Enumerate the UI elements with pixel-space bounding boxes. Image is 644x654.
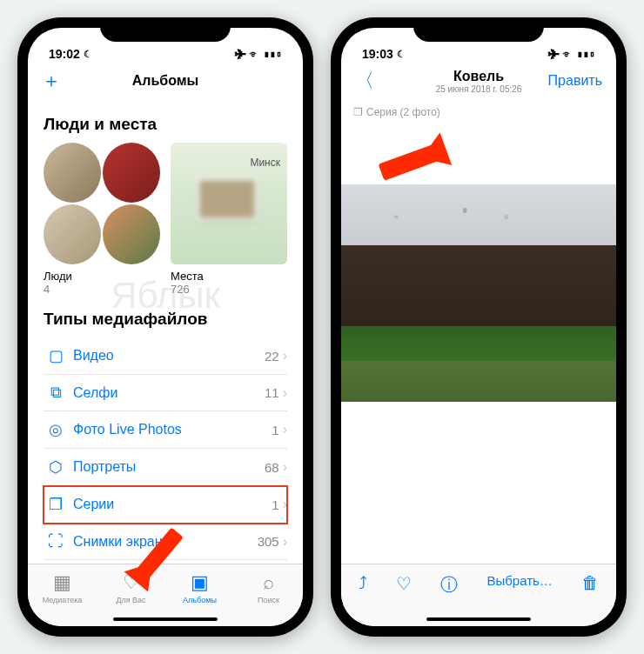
library-icon: ▦	[53, 571, 71, 594]
avatar	[44, 204, 101, 264]
album-name: Места	[171, 270, 287, 283]
portrait-icon: ⬡	[44, 457, 68, 477]
live-photos-icon: ◎	[44, 420, 68, 439]
section-media-types: Типы медиафайлов	[44, 310, 287, 329]
status-time: 19:02	[49, 47, 80, 61]
tab-albums[interactable]: ▣ Альбомы	[165, 564, 234, 611]
screen-left: 19:02 ☾ ✈ ᯤ ▮▮▯ ＋ Альбомы Люди и места М…	[28, 28, 303, 626]
status-icons: ✈ ᯤ ▮▮▯	[235, 48, 282, 61]
photo-content	[341, 184, 616, 402]
album-count: 4	[44, 283, 160, 296]
places-album[interactable]: Минск	[171, 143, 287, 264]
edit-button[interactable]: Править	[548, 73, 602, 89]
media-portraits[interactable]: ⬡ Портреты 68 ›	[44, 449, 287, 486]
media-type-list: ▢ Видео 22 › ⧉ Селфи 11 › ◎ Фото Live Ph…	[44, 337, 287, 560]
tab-library[interactable]: ▦ Медиатека	[28, 564, 97, 611]
page-title: Альбомы	[132, 73, 199, 89]
add-album-button[interactable]: ＋	[42, 68, 77, 94]
status-bar: 19:03 ☾ ✈ ᯤ ▮▮▯	[341, 28, 616, 63]
media-bursts[interactable]: ❐ Серии 1 ›	[44, 486, 287, 524]
phone-right: 19:03 ☾ ✈ ᯤ ▮▮▯ 〈 Ковель 25 июня 2018 г.…	[331, 17, 627, 637]
media-live-photos[interactable]: ◎ Фото Live Photos 1 ›	[44, 411, 287, 449]
map-city-label: Минск	[250, 157, 280, 169]
avatar	[103, 143, 160, 203]
chevron-right-icon: ›	[283, 459, 287, 475]
dnd-icon: ☾	[84, 49, 92, 60]
search-icon: ⌕	[263, 571, 274, 594]
nav-bar: 〈 Ковель 25 июня 2018 г. 05:26 Править	[341, 63, 616, 101]
chevron-right-icon: ›	[283, 348, 287, 364]
chevron-right-icon: ›	[283, 534, 287, 550]
dnd-icon: ☾	[397, 49, 406, 60]
selfie-icon: ⧉	[44, 384, 68, 402]
screen-right: 19:03 ☾ ✈ ᯤ ▮▮▯ 〈 Ковель 25 июня 2018 г.…	[341, 28, 616, 626]
select-button[interactable]: Выбрать…	[486, 573, 552, 588]
burst-icon: ❐	[353, 106, 363, 118]
album-name: Люди	[44, 270, 160, 283]
home-indicator[interactable]	[426, 617, 531, 621]
info-button[interactable]: ⓘ	[440, 573, 458, 597]
people-album[interactable]	[44, 143, 160, 264]
media-selfies[interactable]: ⧉ Селфи 11 ›	[44, 375, 287, 411]
back-button[interactable]: 〈	[355, 68, 390, 94]
photo-subtitle: 25 июня 2018 г. 05:26	[436, 84, 522, 94]
status-bar: 19:02 ☾ ✈ ᯤ ▮▮▯	[28, 28, 303, 63]
video-icon: ▢	[44, 346, 68, 365]
album-count: 726	[171, 283, 287, 296]
favorite-button[interactable]: ♡	[396, 573, 412, 594]
tab-search[interactable]: ⌕ Поиск	[234, 564, 303, 611]
chevron-right-icon: ›	[283, 385, 287, 401]
chevron-right-icon: ›	[283, 422, 287, 437]
media-videos[interactable]: ▢ Видео 22 ›	[44, 337, 287, 375]
status-time: 19:03	[362, 47, 393, 61]
albums-icon: ▣	[191, 571, 209, 594]
burst-icon: ❐	[44, 495, 68, 514]
trash-button[interactable]: 🗑	[581, 573, 599, 593]
avatar	[103, 204, 160, 264]
photo-title: Ковель 25 июня 2018 г. 05:26	[436, 69, 522, 94]
avatar	[44, 143, 101, 203]
photo-viewer[interactable]	[341, 123, 616, 564]
content-scroll[interactable]: Люди и места Минск Люди 4	[28, 101, 303, 564]
section-people-places: Люди и места	[44, 115, 287, 134]
map-photo-pin	[197, 177, 258, 221]
status-icons: ✈ ᯤ ▮▮▯	[548, 48, 595, 61]
share-button[interactable]: ⤴	[359, 573, 367, 593]
burst-badge: ❐ Серия (2 фото)	[341, 101, 616, 123]
chevron-right-icon: ›	[283, 497, 287, 512]
nav-bar: ＋ Альбомы	[28, 63, 303, 101]
home-indicator[interactable]	[113, 617, 218, 621]
phone-left: 19:02 ☾ ✈ ᯤ ▮▮▯ ＋ Альбомы Люди и места М…	[17, 17, 313, 637]
screenshot-icon: ⛶	[44, 532, 68, 551]
